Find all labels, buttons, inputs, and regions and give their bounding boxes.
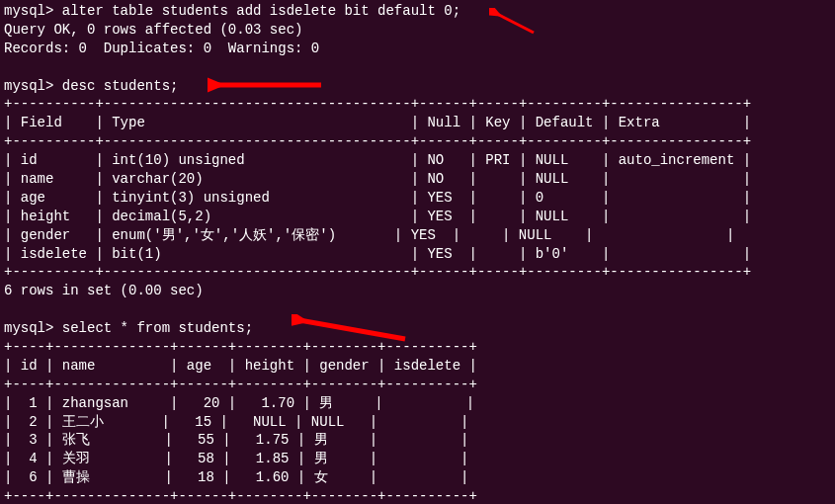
sql-command[interactable]: desc students; (62, 78, 179, 94)
table-border: +----------+----------------------------… (4, 132, 831, 151)
sql-command[interactable]: select * from students; (62, 320, 253, 336)
table-row: | 1 | zhangsan | 20 | 1.70 | 男 | | (4, 394, 831, 413)
table-row: | 6 | 曹操 | 18 | 1.60 | 女 | | (4, 468, 831, 487)
table-border: +----+--------------+------+--------+---… (4, 487, 831, 504)
terminal-line-cmd3: mysql> select * from students; (4, 319, 831, 338)
table-row: | id | int(10) unsigned | NO | PRI | NUL… (4, 151, 831, 170)
terminal-line-cmd1: mysql> alter table students add isdelete… (4, 2, 831, 21)
mysql-prompt: mysql> (4, 3, 62, 19)
table-border: +----------+----------------------------… (4, 95, 831, 114)
table-border: +----+--------------+------+--------+---… (4, 376, 831, 394)
table-row: | isdelete | bit(1) | YES | | b'0' | | (4, 245, 831, 264)
mysql-prompt: mysql> (4, 320, 62, 336)
table-row: | height | decimal(5,2) | YES | | NULL |… (4, 208, 831, 226)
table-row: | age | tinyint(3) unsigned | YES | | 0 … (4, 189, 831, 208)
table-row: | 4 | 关羽 | 58 | 1.85 | 男 | | (4, 450, 831, 468)
table-row: | gender | enum('男','女','人妖','保密') | YES… (4, 226, 831, 245)
table-header: | id | name | age | height | gender | is… (4, 357, 831, 376)
table-header: | Field | Type | Null | Key | Default | … (4, 114, 831, 132)
table-border: +----------+----------------------------… (4, 263, 831, 282)
query-result: Records: 0 Duplicates: 0 Warnings: 0 (4, 40, 831, 58)
terminal-line-cmd2: mysql> desc students; (4, 77, 831, 96)
query-summary: 6 rows in set (0.00 sec) (4, 282, 831, 300)
sql-command[interactable]: alter table students add isdelete bit de… (62, 3, 460, 19)
mysql-prompt: mysql> (4, 78, 62, 94)
blank-line (4, 300, 831, 319)
table-row: | 2 | 王二小 | 15 | NULL | NULL | | (4, 413, 831, 432)
query-result: Query OK, 0 rows affected (0.03 sec) (4, 21, 831, 40)
table-row: | 3 | 张飞 | 55 | 1.75 | 男 | | (4, 431, 831, 450)
table-border: +----+--------------+------+--------+---… (4, 338, 831, 357)
blank-line (4, 58, 831, 77)
table-row: | name | varchar(20) | NO | | NULL | | (4, 170, 831, 189)
